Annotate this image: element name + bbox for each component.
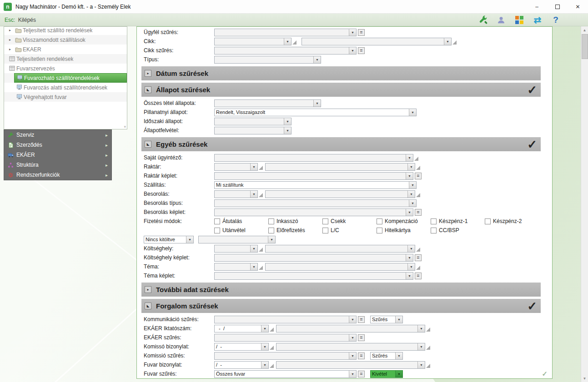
raktar-2-dropdown[interactable]: ▼: [265, 163, 415, 171]
chevron-down-icon[interactable]: ▼: [284, 38, 291, 45]
resize-grip-icon[interactable]: [416, 248, 420, 252]
chevron-down-icon[interactable]: ▼: [409, 109, 416, 116]
besorolas-keplet-dropdown[interactable]: ▼: [214, 208, 413, 216]
chevron-down-icon[interactable]: ▼: [349, 29, 356, 36]
chevron-down-icon[interactable]: ▼: [186, 236, 193, 243]
chevron-right-icon[interactable]: ▸: [7, 47, 13, 51]
koltseghely-keplet-formula-button[interactable]: =: [415, 254, 422, 261]
chevron-down-icon[interactable]: ▼: [284, 127, 291, 134]
ugyfel-szures-formula-button[interactable]: =: [358, 29, 365, 36]
koltseghely-dropdown[interactable]: ▼: [214, 245, 258, 253]
tree-item-body[interactable]: Fuvarszervezés: [7, 64, 127, 73]
besorolas-tipus-dropdown[interactable]: ▼: [214, 199, 417, 207]
chevron-right-icon[interactable]: ▸: [7, 38, 13, 42]
expand-section-icon[interactable]: ▸: [145, 70, 151, 77]
komisso-bizonylat-2-dropdown[interactable]: ▼: [276, 343, 425, 351]
menu-item-ekaer[interactable]: EKÁER▸: [4, 150, 111, 160]
resize-grip-icon[interactable]: [426, 327, 430, 332]
chevron-down-icon[interactable]: ▼: [313, 56, 321, 63]
komissio-szures-formula-button[interactable]: =: [358, 352, 365, 359]
resize-grip-icon[interactable]: [259, 193, 263, 197]
chevron-right-icon[interactable]: ▸: [7, 28, 13, 32]
chevron-down-icon[interactable]: ▼: [444, 38, 451, 45]
menu-item-szerzodes[interactable]: Szerződés▸: [4, 140, 111, 150]
chevron-down-icon[interactable]: ▼: [250, 245, 257, 252]
maximize-button[interactable]: [547, 0, 568, 13]
menu-item-szerviz[interactable]: Szerviz▸: [4, 130, 111, 140]
resize-grip-icon[interactable]: [270, 327, 274, 332]
tree-item-fuvarszervezes[interactable]: Fuvarszervezés: [4, 64, 127, 73]
close-button[interactable]: ✕: [568, 0, 588, 13]
chevron-down-icon[interactable]: ▼: [395, 316, 402, 323]
chevron-down-icon[interactable]: ▼: [417, 343, 425, 350]
allapotfelvetel-dropdown[interactable]: ▼: [214, 127, 291, 134]
exit-hint[interactable]: Esc: Kilépés: [5, 17, 36, 23]
chevron-down-icon[interactable]: ▼: [261, 343, 268, 350]
cikk-dropdown[interactable]: ▼: [214, 38, 291, 45]
nincs-kitoltve-dropdown[interactable]: Nincs kitöltve▼: [144, 236, 194, 243]
koltseghely-keplet-dropdown[interactable]: ▼: [214, 254, 413, 262]
collapse-section-icon[interactable]: ◣: [145, 303, 151, 309]
chevron-down-icon[interactable]: ▼: [395, 371, 402, 377]
szallitas-dropdown[interactable]: Mi szállítunk▼: [214, 181, 417, 189]
ugyfel-szures-dropdown[interactable]: ▼: [214, 29, 357, 36]
collapse-section-icon[interactable]: ◣: [145, 141, 151, 148]
kompenzacio-checkbox[interactable]: [377, 218, 382, 224]
menu-item-rendszerfunkciok[interactable]: Rendszerfunkciók▸: [4, 170, 111, 180]
tree-item-body[interactable]: Fuvarozható szállítórendelések: [14, 73, 127, 83]
resize-grip-icon[interactable]: [452, 40, 457, 45]
tree-item-teljesitetlen-rendelesek[interactable]: Teljesítetlen rendelések: [4, 54, 127, 64]
osszes-tetel-allapota-dropdown[interactable]: ▼: [214, 99, 321, 107]
chevron-down-icon[interactable]: ▼: [406, 254, 413, 261]
help-button[interactable]: ?: [551, 15, 561, 25]
user-button[interactable]: [496, 15, 506, 25]
tree-item-visszamondott-szallitasok[interactable]: ▸Visszamondott szállítások: [4, 35, 127, 45]
tipus-dropdown[interactable]: ▼: [214, 56, 321, 64]
kommunikacio-szures-dropdown[interactable]: ▼: [214, 316, 357, 323]
pillanatnyi-allapot-dropdown[interactable]: Rendelt, Visszaigazolt▼: [214, 109, 417, 116]
fuvar-szures-dropdown[interactable]: Összes fuvar▼: [214, 370, 357, 378]
vertical-scrollbar[interactable]: ▲ ▼: [581, 26, 588, 382]
keszpenz-2-checkbox[interactable]: [485, 218, 491, 224]
resize-grip-icon[interactable]: [259, 166, 263, 170]
raktar-dropdown[interactable]: ▼: [214, 163, 258, 171]
resize-grip-icon[interactable]: [416, 193, 420, 197]
tree-item-body[interactable]: Teljesített szállító rendelések: [13, 26, 127, 35]
keszpenz-1-checkbox[interactable]: [431, 218, 437, 224]
raktar-keplet-dropdown[interactable]: ▼: [214, 172, 413, 180]
tree-item-body[interactable]: Végrehajtott fuvar: [14, 92, 127, 102]
resize-grip-icon[interactable]: [259, 266, 263, 270]
tema-2-dropdown[interactable]: ▼: [265, 263, 415, 271]
fuvar-szures-formula-button[interactable]: =: [358, 371, 365, 377]
tree-scroll-down-icon[interactable]: ▾: [124, 124, 126, 129]
sync-button[interactable]: ⇄: [533, 15, 543, 25]
ekaer-szures-dropdown[interactable]: ▼: [214, 334, 357, 342]
komissio-szures-dropdown[interactable]: ▼: [214, 352, 357, 360]
chevron-down-icon[interactable]: ▼: [407, 263, 415, 270]
minimize-button[interactable]: –: [527, 0, 547, 13]
tema-keplet-dropdown[interactable]: ▼: [214, 272, 413, 280]
chevron-down-icon[interactable]: ▼: [395, 352, 402, 359]
chevron-down-icon[interactable]: ▼: [417, 325, 425, 332]
resize-grip-icon[interactable]: [416, 166, 420, 170]
resize-grip-icon[interactable]: [426, 364, 430, 368]
besorolas-dropdown[interactable]: ▼: [214, 190, 258, 198]
resize-grip-icon[interactable]: [259, 248, 263, 252]
scroll-up-button[interactable]: ▲: [581, 26, 588, 34]
expand-section-icon[interactable]: ▸: [145, 286, 151, 293]
chevron-down-icon[interactable]: ▼: [406, 209, 413, 216]
idoszaki-allapot-dropdown[interactable]: ▼: [214, 118, 291, 125]
tree-item-body[interactable]: Fuvarozás alatti szállítórendelések: [14, 83, 127, 92]
tree-item-fuvarozas-alatti-szallitorendelesek[interactable]: Fuvarozás alatti szállítórendelések: [4, 83, 127, 92]
csekk-checkbox[interactable]: [322, 218, 328, 224]
chevron-down-icon[interactable]: ▼: [250, 191, 257, 198]
besorolas-2-dropdown[interactable]: ▼: [265, 190, 415, 198]
resize-grip-icon[interactable]: [416, 266, 420, 270]
hitelkartya-checkbox[interactable]: [377, 228, 382, 233]
raktar-keplet-formula-button[interactable]: =: [415, 173, 422, 179]
cc-bsp-checkbox[interactable]: [431, 228, 437, 233]
chevron-down-icon[interactable]: ▼: [407, 245, 415, 252]
chevron-down-icon[interactable]: ▼: [409, 200, 416, 207]
tema-keplet-formula-button[interactable]: =: [415, 273, 422, 279]
komissio-szures-2-dropdown[interactable]: Szűrés▼: [370, 352, 403, 360]
